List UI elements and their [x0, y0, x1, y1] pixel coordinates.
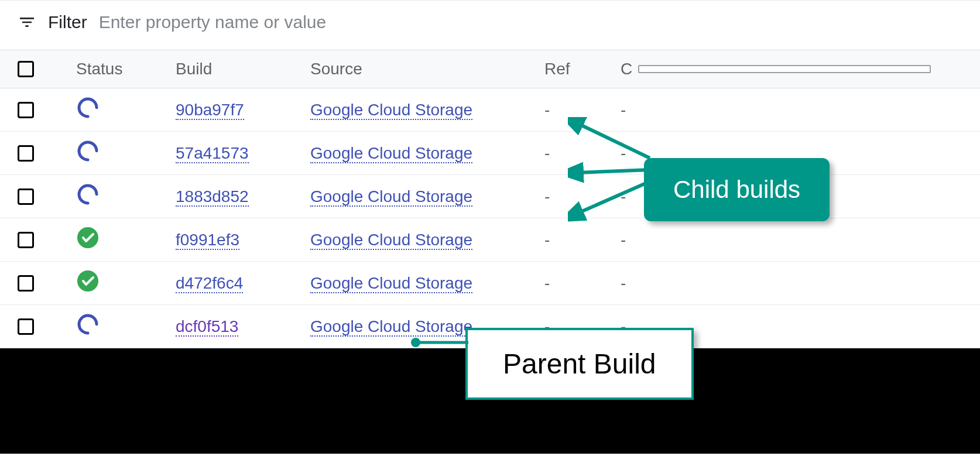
header-build[interactable]: Build [176, 60, 310, 78]
source-link[interactable]: Google Cloud Storage [310, 274, 472, 293]
check-circle-icon [76, 269, 100, 293]
callout-child-label: Child builds [673, 176, 800, 203]
svg-point-3 [77, 227, 98, 248]
table-row: d472f6c4Google Cloud Storage-- [0, 262, 980, 305]
spinner-icon [76, 96, 100, 119]
spinner-icon [76, 139, 100, 163]
table-header: Status Build Source Ref C [0, 50, 980, 88]
callout-parent-label: Parent Build [503, 348, 656, 379]
svg-point-5 [79, 316, 97, 333]
header-status[interactable]: Status [76, 60, 176, 78]
commit-value: - [621, 274, 626, 292]
spinner-icon [76, 313, 100, 336]
build-link[interactable]: 57a41573 [176, 144, 249, 163]
build-link[interactable]: dcf0f513 [176, 317, 238, 337]
filter-label: Filter [48, 12, 87, 32]
svg-point-2 [79, 186, 97, 203]
spinner-icon [76, 183, 100, 206]
table-row: 57a41573Google Cloud Storage-- [0, 132, 980, 175]
commit-value: - [621, 101, 626, 119]
svg-point-1 [79, 142, 97, 160]
row-checkbox[interactable] [18, 232, 34, 248]
callout-parent-build: Parent Build [465, 328, 694, 400]
row-checkbox[interactable] [18, 145, 34, 162]
row-checkbox[interactable] [18, 318, 34, 335]
callout-child-builds: Child builds [644, 158, 830, 221]
ref-value: - [544, 274, 550, 292]
table-row: 1883d852Google Cloud Storage-- [0, 175, 980, 218]
header-source[interactable]: Source [310, 60, 544, 78]
ref-value: - [544, 187, 550, 205]
svg-point-4 [77, 270, 98, 292]
build-link[interactable]: d472f6c4 [176, 274, 243, 293]
filter-input[interactable] [99, 12, 962, 32]
table-row: f0991ef3Google Cloud Storage-- [0, 218, 980, 262]
svg-line-7 [577, 170, 650, 173]
table-row: 90ba97f7Google Cloud Storage-- [0, 88, 980, 132]
ref-value: - [544, 101, 550, 119]
source-link[interactable]: Google Cloud Storage [310, 144, 472, 163]
select-all-checkbox[interactable] [18, 61, 34, 77]
ref-value: - [544, 144, 550, 162]
source-link[interactable]: Google Cloud Storage [310, 101, 472, 120]
build-link[interactable]: 90ba97f7 [176, 101, 244, 120]
build-link[interactable]: 1883d852 [176, 187, 249, 207]
source-link[interactable]: Google Cloud Storage [310, 187, 472, 207]
ref-value: - [544, 231, 550, 249]
callout-line-icon [410, 334, 474, 351]
svg-line-8 [577, 181, 650, 214]
header-commit[interactable]: C [621, 60, 679, 78]
horizontal-scrollbar[interactable] [638, 65, 931, 73]
build-link[interactable]: f0991ef3 [176, 231, 239, 250]
filter-bar: Filter [0, 0, 980, 50]
svg-point-0 [79, 99, 97, 116]
check-circle-icon [76, 226, 100, 249]
svg-line-6 [577, 123, 650, 158]
row-checkbox[interactable] [18, 102, 34, 118]
row-checkbox[interactable] [18, 275, 34, 292]
header-ref[interactable]: Ref [544, 60, 621, 78]
filter-icon [18, 13, 36, 32]
source-link[interactable]: Google Cloud Storage [310, 231, 472, 250]
row-checkbox[interactable] [18, 188, 34, 205]
